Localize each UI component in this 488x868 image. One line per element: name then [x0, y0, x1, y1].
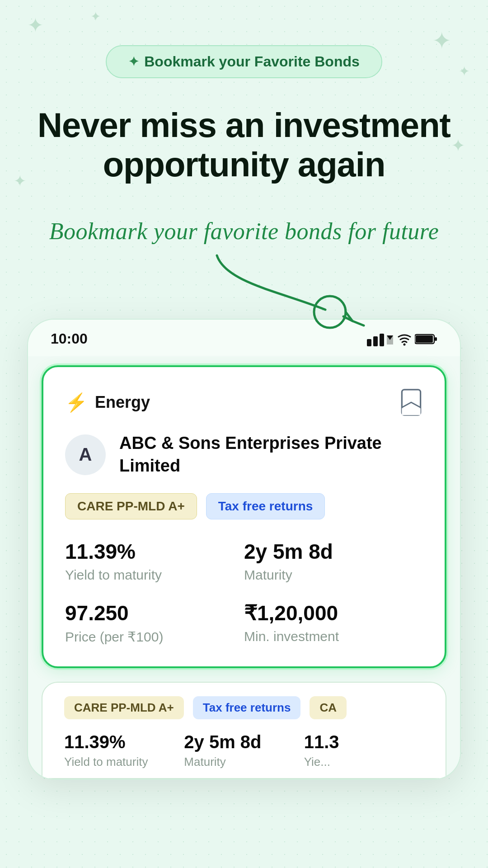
lightning-icon: ⚡	[65, 392, 88, 413]
phone-mockup: 10:00	[27, 319, 461, 780]
card-category: ⚡ Energy	[65, 392, 150, 413]
bookmark-icon[interactable]	[399, 389, 423, 416]
status-icons	[367, 332, 437, 346]
partial-yield-stat: 11.39% Yield to maturity	[64, 732, 184, 769]
partial-maturity-value: 2y 5m 8d	[184, 732, 304, 752]
maturity-stat: 2y 5m 8d Maturity	[244, 539, 423, 583]
top-badge: ✦ Bookmark your Favorite Bonds	[106, 45, 382, 78]
arrow-svg	[190, 246, 371, 337]
yield-value: 11.39%	[65, 539, 244, 564]
partial-maturity-label: Maturity	[184, 755, 304, 769]
partial-tag-1: CARE PP-MLD A+	[64, 696, 184, 719]
yield-label: Yield to maturity	[65, 567, 244, 583]
partial-tag-3: CA	[310, 696, 347, 719]
partial-yield2-stat: 11.3 Yie...	[304, 732, 424, 769]
tag-taxfree: Tax free returns	[206, 493, 325, 519]
signal-icon	[367, 332, 394, 346]
sparkle-top-right: ✦	[432, 27, 452, 54]
category-label: Energy	[95, 393, 150, 412]
company-row: A ABC & Sons Enterprises Private Limited	[65, 432, 423, 477]
yield-stat: 11.39% Yield to maturity	[65, 539, 244, 583]
bond-card-primary[interactable]: ⚡ Energy A ABC & Sons Enterprises Privat…	[42, 365, 446, 668]
bond-card-partial: CARE PP-MLD A+ Tax free returns CA 11.39…	[42, 682, 446, 779]
card-header: ⚡ Energy	[65, 389, 423, 416]
sparkle-top-left2: ✦	[90, 9, 101, 24]
svg-rect-2	[367, 339, 371, 346]
sparkle-mid-right: ✦	[451, 136, 465, 156]
tag-rating: CARE PP-MLD A+	[65, 493, 197, 519]
svg-line-1	[352, 321, 364, 326]
wifi-icon	[398, 332, 411, 346]
min-invest-label: Min. investment	[244, 629, 423, 644]
partial-maturity-stat: 2y 5m 8d Maturity	[184, 732, 304, 769]
badge-label: Bookmark your Favorite Bonds	[144, 53, 360, 70]
svg-point-7	[404, 343, 406, 345]
svg-rect-10	[416, 335, 433, 343]
sparkle-top-left: ✦	[27, 14, 44, 37]
partial-stats-grid: 11.39% Yield to maturity 2y 5m 8d Maturi…	[64, 732, 424, 769]
company-avatar: A	[65, 434, 106, 475]
partial-tags-row: CARE PP-MLD A+ Tax free returns CA	[64, 696, 424, 719]
tags-row: CARE PP-MLD A+ Tax free returns	[65, 493, 423, 519]
partial-yield2-value: 11.3	[304, 732, 424, 752]
status-time: 10:00	[51, 330, 88, 347]
arrow-decoration	[27, 246, 461, 319]
partial-yield-value: 11.39%	[64, 732, 184, 752]
top-badge-container: ✦ Bookmark your Favorite Bonds	[0, 45, 488, 78]
maturity-value: 2y 5m 8d	[244, 539, 423, 564]
svg-rect-9	[435, 337, 437, 341]
sparkle-top-right2: ✦	[459, 63, 470, 79]
svg-rect-3	[373, 336, 378, 346]
min-invest-stat: ₹1,20,000 Min. investment	[244, 601, 423, 645]
price-label: Price (per ₹100)	[65, 629, 244, 645]
badge-star-icon: ✦	[128, 54, 139, 69]
price-stat: 97.250 Price (per ₹100)	[65, 601, 244, 645]
price-value: 97.250	[65, 601, 244, 625]
svg-rect-4	[380, 334, 384, 346]
sparkle-mid-left: ✦	[14, 172, 26, 190]
company-name: ABC & Sons Enterprises Private Limited	[119, 432, 423, 477]
partial-yield2-label: Yie...	[304, 755, 424, 769]
stats-grid: 11.39% Yield to maturity 2y 5m 8d Maturi…	[65, 539, 423, 645]
maturity-label: Maturity	[244, 567, 423, 583]
min-invest-value: ₹1,20,000	[244, 601, 423, 625]
partial-tag-2: Tax free returns	[193, 696, 301, 719]
battery-icon	[415, 333, 437, 345]
script-subtitle: Bookmark your favorite bonds for future	[27, 216, 461, 247]
phone-bottom-area: CARE PP-MLD A+ Tax free returns CA 11.39…	[28, 682, 460, 779]
main-headline: Never miss an investment opportunity aga…	[36, 105, 452, 184]
svg-point-0	[314, 296, 346, 328]
partial-yield-label: Yield to maturity	[64, 755, 184, 769]
